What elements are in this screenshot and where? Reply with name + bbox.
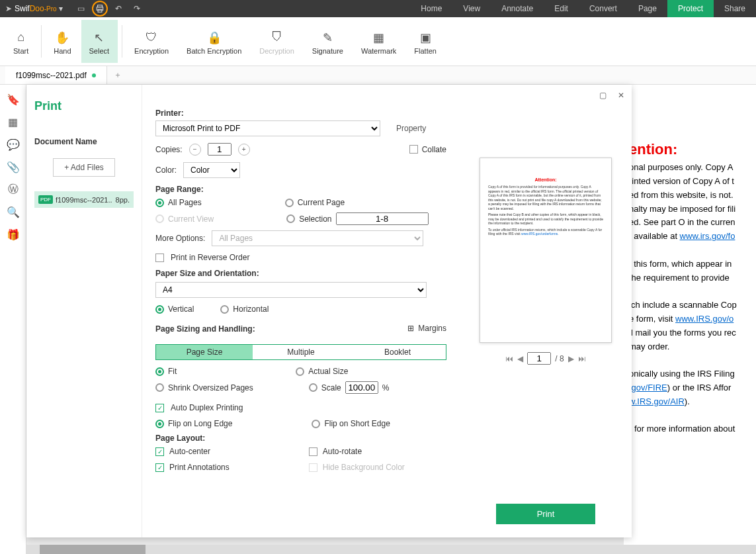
app-logo-icon: ➤ — [5, 4, 12, 13]
collate-checkbox[interactable] — [409, 145, 418, 154]
prev-page-icon[interactable]: ◀ — [517, 354, 523, 363]
printer-property-link[interactable]: Property — [396, 124, 426, 133]
workspace: 🔖 ▦ 💬 📎 Ⓦ 🔍 🎁 ention: onal purposes only… — [0, 85, 756, 554]
app-title: ➤ SwifDoo-Pro ▾ — [0, 4, 68, 13]
ribbon-batch-encryption[interactable]: 🔒Batch Encryption — [179, 20, 250, 63]
seg-multiple[interactable]: Multiple — [253, 345, 349, 359]
print-icon[interactable] — [92, 1, 108, 17]
main-menu: Home View Annotate Edit Convert Page Pro… — [410, 0, 756, 17]
tab-title: f1099msc--2021.pdf — [16, 71, 87, 80]
horizontal-scrollbar[interactable] — [26, 545, 756, 554]
all-pages-radio[interactable] — [155, 199, 164, 207]
ribbon-watermark[interactable]: ▦Watermark — [353, 20, 405, 63]
print-button[interactable]: Print — [496, 504, 595, 524]
save-icon[interactable]: ▭ — [73, 2, 89, 15]
gift-icon[interactable]: 🎁 — [7, 228, 20, 241]
printer-select[interactable]: Microsoft Print to PDF — [155, 120, 380, 136]
ribbon-select[interactable]: ↖Select — [81, 20, 118, 63]
menu-page[interactable]: Page — [628, 0, 667, 17]
background-document: ention: onal purposes only. Copy A rinte… — [624, 85, 756, 554]
ribbon-decryption: ⛉Decryption — [251, 20, 303, 63]
dialog-settings-panel: Printer: Microsoft Print to PDF Property… — [142, 85, 460, 537]
menu-edit[interactable]: Edit — [544, 0, 579, 17]
menu-protect[interactable]: Protect — [667, 0, 714, 17]
shield-icon: 🛡 — [146, 28, 157, 47]
first-page-icon[interactable]: ⏮ — [505, 354, 513, 363]
current-page-radio[interactable] — [285, 199, 294, 207]
color-select[interactable]: Color — [183, 162, 240, 178]
new-tab-button[interactable]: ＋ — [107, 69, 128, 81]
next-page-icon[interactable]: ▶ — [568, 354, 574, 363]
ribbon-hand[interactable]: ✋Hand — [46, 20, 79, 63]
close-icon[interactable]: ✕ — [616, 90, 626, 101]
print-preview: Attention: Copy A of this form is provid… — [480, 158, 612, 343]
scale-input[interactable] — [345, 381, 378, 394]
margins-icon: ⊞ — [407, 324, 414, 333]
undo-icon[interactable]: ↶ — [110, 2, 126, 15]
selection-radio[interactable] — [286, 214, 295, 223]
current-view-radio — [155, 214, 164, 223]
print-dialog: ▢ ✕ Print Document Name + Add Files PDF … — [26, 85, 632, 537]
last-page-icon[interactable]: ⏭ — [578, 354, 586, 363]
pdf-badge-icon: PDF — [38, 195, 53, 204]
ribbon-encryption[interactable]: 🛡Encryption — [126, 20, 177, 63]
ribbon-signature[interactable]: ✎Signature — [304, 20, 352, 63]
duplex-checkbox[interactable] — [155, 404, 164, 412]
document-tab[interactable]: f1099msc--2021.pdf — [5, 66, 107, 84]
selection-input[interactable] — [336, 212, 429, 225]
cursor-icon: ↖ — [94, 28, 104, 47]
menu-convert[interactable]: Convert — [579, 0, 628, 17]
margins-button[interactable]: ⊞Margins — [407, 324, 446, 333]
more-options-select[interactable]: All Pages — [212, 230, 423, 246]
comments-icon[interactable]: 💬 — [7, 138, 20, 151]
copies-increment[interactable]: + — [238, 144, 250, 156]
modified-indicator-icon — [92, 73, 96, 77]
scale-radio[interactable] — [309, 383, 317, 392]
horizontal-radio[interactable] — [220, 305, 229, 314]
ribbon-flatten[interactable]: ▣Flatten — [406, 20, 445, 63]
menu-home[interactable]: Home — [410, 0, 452, 17]
word-icon[interactable]: Ⓦ — [7, 183, 20, 196]
copies-input[interactable] — [208, 143, 231, 156]
search-icon[interactable]: 🔍 — [7, 205, 20, 218]
document-tabbar: f1099msc--2021.pdf ＋ — [0, 66, 756, 85]
menu-share[interactable]: Share — [714, 0, 756, 17]
seg-booklet[interactable]: Booklet — [349, 345, 446, 359]
lock-icon: 🔒 — [207, 28, 222, 47]
redo-icon[interactable]: ↷ — [129, 2, 145, 15]
copies-decrement[interactable]: − — [189, 144, 201, 156]
seg-page-size[interactable]: Page Size — [156, 345, 253, 359]
top-menubar: ➤ SwifDoo-Pro ▾ ▭ ↶ ↷ Home View Annotate… — [0, 0, 756, 17]
actual-size-radio[interactable] — [296, 367, 304, 376]
sizing-segment: Page Size Multiple Booklet — [155, 344, 446, 360]
file-list-item[interactable]: PDF f1099msc--2021.. 8pp. — [34, 191, 134, 208]
preview-pager: ⏮ ◀ / 8 ▶ ⏭ — [505, 352, 585, 365]
menu-view[interactable]: View — [452, 0, 491, 17]
layout-label: Page Layout: — [155, 434, 446, 443]
paper-label: Paper Size and Orientation: — [155, 269, 446, 278]
fit-radio[interactable] — [155, 367, 164, 376]
thumbnails-icon[interactable]: ▦ — [7, 115, 20, 128]
add-files-button[interactable]: + Add Files — [53, 158, 115, 177]
side-panel: 🔖 ▦ 💬 📎 Ⓦ 🔍 🎁 — [0, 85, 26, 554]
preview-page-input[interactable] — [527, 352, 551, 365]
printer-label: Printer: — [155, 109, 446, 118]
bookmark-icon[interactable]: 🔖 — [7, 93, 20, 106]
ribbon-toolbar: ⌂Start ✋Hand ↖Select 🛡Encryption 🔒Batch … — [0, 17, 756, 66]
dialog-left-panel: Print Document Name + Add Files PDF f109… — [26, 85, 142, 537]
paper-size-select[interactable]: A4 — [155, 282, 427, 298]
flip-short-radio[interactable] — [312, 420, 320, 428]
pen-icon: ✎ — [323, 28, 333, 47]
attachment-icon[interactable]: 📎 — [7, 160, 20, 173]
auto-rotate-checkbox[interactable] — [309, 447, 317, 456]
vertical-radio[interactable] — [155, 305, 164, 314]
maximize-icon[interactable]: ▢ — [597, 90, 608, 101]
shrink-radio[interactable] — [155, 383, 164, 392]
flip-long-radio[interactable] — [155, 420, 164, 428]
print-annotations-checkbox[interactable] — [155, 463, 164, 472]
ribbon-start[interactable]: ⌂Start — [5, 20, 37, 63]
auto-center-checkbox[interactable] — [155, 447, 164, 456]
menu-annotate[interactable]: Annotate — [491, 0, 544, 17]
bg-attention-heading: ention: — [629, 138, 756, 161]
reverse-order-checkbox[interactable] — [155, 254, 164, 262]
